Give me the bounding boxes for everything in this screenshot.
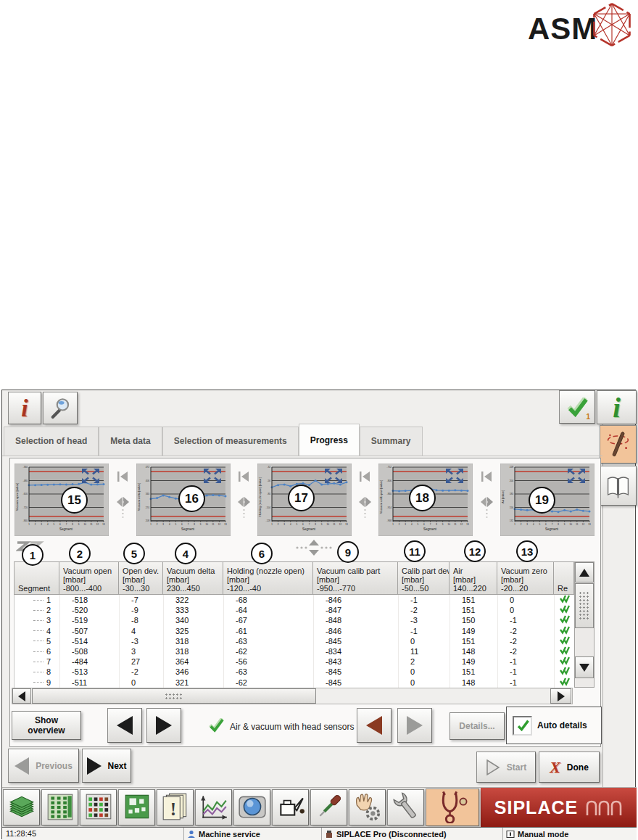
chart-pager-2[interactable] [236, 469, 252, 535]
tab-meta-data[interactable]: Meta data [99, 427, 162, 456]
start-button[interactable]: Start [476, 752, 536, 783]
table-row[interactable]: 5-514-3318-63-8450151-2 [14, 636, 575, 646]
chart-pager-4[interactable] [478, 469, 494, 535]
value-cell: -1 [498, 678, 555, 688]
svg-text:11: 11 [333, 523, 335, 526]
value-cell: -1 [498, 667, 555, 677]
table-row[interactable]: 6-5083318-62-83411148-2 [14, 646, 575, 656]
svg-text:-720: -720 [23, 506, 28, 509]
svg-text:13: 13 [588, 523, 591, 526]
tab-selection-of-measurements[interactable]: Selection of measurements [162, 427, 299, 456]
taskbar-messages-button[interactable]: ! [157, 789, 194, 825]
table-header: SegmentVacuum open[mbar]-800...-400Open … [14, 561, 574, 595]
auto-details-checkbox[interactable] [513, 716, 532, 736]
tab-progress[interactable]: Progress [299, 424, 360, 456]
up-arrow-icon [579, 569, 589, 577]
horizontal-scrollbar[interactable] [12, 688, 573, 704]
chart-pager-1[interactable] [115, 469, 130, 535]
svg-text:11: 11 [454, 523, 456, 526]
tab-selection-of-head[interactable]: Selection of head [4, 427, 99, 456]
taskbar-tools-wrench-button[interactable] [387, 789, 424, 825]
svg-text:Vacuum calib part [mbar]: Vacuum calib part [mbar] [379, 480, 383, 514]
taskbar-setup-screwdriver-button[interactable] [310, 789, 347, 825]
tab-bar: Selection of headMeta dataSelection of m… [2, 425, 602, 456]
manual-operation-icon [352, 791, 383, 824]
value-cell: 333 [164, 605, 224, 615]
info-button[interactable]: i [8, 392, 41, 424]
value-cell: 148 [450, 678, 498, 688]
taskbar-component-table-button[interactable] [41, 789, 78, 825]
next-result-button[interactable] [397, 708, 432, 743]
tab-summary[interactable]: Summary [360, 427, 423, 456]
splitter-handle[interactable] [293, 539, 335, 559]
taskbar-pcb-button[interactable] [118, 789, 155, 825]
taskbar-boards-stack-button[interactable] [3, 789, 40, 825]
svg-text:406: 406 [146, 479, 150, 482]
chart-pager-3[interactable] [357, 469, 373, 535]
details-button[interactable]: Details... [450, 712, 505, 740]
done-button[interactable]: X Done [539, 752, 600, 783]
previous-button[interactable]: Previous [8, 749, 79, 783]
scroll-up-button[interactable] [575, 562, 594, 582]
next-arrow-icon [87, 757, 102, 775]
svg-text:Segment: Segment [181, 527, 195, 531]
table-row[interactable]: 3-519-8340-67-848-3150-1 [14, 615, 575, 625]
confirm-button[interactable]: 1 [559, 390, 595, 424]
taskbar-vision-camera-button[interactable] [233, 789, 270, 825]
column-header-air[interactable]: Air[mbar]140...220 [450, 561, 497, 595]
svg-text:12: 12 [582, 523, 585, 526]
previous-result-button[interactable] [357, 708, 392, 743]
svg-text:11: 11 [90, 523, 92, 526]
value-cell: -2 [498, 636, 555, 646]
value-cell: 325 [164, 626, 224, 636]
wizard-tool-button[interactable] [600, 425, 637, 464]
horizontal-scroll-thumb[interactable] [32, 688, 316, 704]
column-header-vacuum-zero[interactable]: Vacuum zero[mbar]-20...20 [497, 561, 554, 595]
segment-cell: 4 [14, 626, 60, 636]
table-row[interactable]: 9-5110321-62-8450148-1 [14, 678, 575, 688]
zoom-inspect-button[interactable] [43, 392, 78, 424]
column-header-re[interactable]: Re [554, 561, 574, 595]
show-overview-button[interactable]: Show overview [12, 711, 81, 740]
column-header-vacuum-calib-part[interactable]: Vacuum calib part[mbar]-950...-770 [313, 561, 398, 595]
callout-15: 15 [61, 487, 88, 514]
scroll-left-button[interactable] [12, 688, 31, 704]
taskbar-feeder-status-button[interactable] [80, 789, 117, 825]
scroll-right-button[interactable] [550, 688, 571, 704]
result-cell [555, 636, 575, 646]
taskbar-statistics-button[interactable] [195, 789, 232, 825]
table-row[interactable]: 2-520-9333-64-847-21510 [14, 605, 575, 615]
table-row[interactable]: 7-48427364-56-8432149-1 [14, 656, 575, 667]
table-row[interactable]: 4-5074325-61-846-1149-2 [14, 626, 575, 636]
help-info-button[interactable]: i [597, 390, 637, 424]
user-icon [187, 830, 196, 839]
vertical-scroll-thumb[interactable] [575, 583, 594, 628]
column-header-holding-nozzle-open-[interactable]: Holding (nozzle open)[mbar]-120...-40 [223, 561, 313, 595]
value-cell: -2 [399, 605, 450, 615]
scroll-down-button[interactable] [575, 656, 594, 678]
previous-measurement-button[interactable] [107, 708, 142, 743]
svg-text:-840: -840 [23, 519, 28, 522]
value-cell: -63 [224, 636, 314, 646]
taskbar-machine-service-stethoscope-button[interactable] [426, 788, 479, 826]
svg-text:10: 10 [84, 523, 87, 526]
column-header-segment[interactable]: Segment [14, 561, 59, 595]
value-cell: -518 [60, 595, 120, 605]
siplace-logo-text: SIPLACE [494, 797, 578, 818]
column-header-open-dev-[interactable]: Open dev.[mbar]-30...30 [119, 561, 163, 595]
next-measurement-button[interactable] [146, 708, 181, 743]
table-row[interactable]: 8-513-2346-63-8450151-1 [14, 667, 575, 677]
vertical-scrollbar[interactable] [574, 561, 594, 688]
column-header-calib-part-dev-[interactable]: Calib part dev.[mbar]-50...50 [398, 561, 450, 595]
svg-text:10: 10 [448, 523, 451, 526]
taskbar-lubrication-button[interactable] [272, 789, 309, 825]
taskbar-manual-operation-button[interactable] [349, 789, 386, 825]
next-button[interactable]: Next [82, 749, 131, 783]
column-header-vacuum-delta[interactable]: Vacuum delta[mbar]230...450 [163, 561, 223, 595]
value-cell: 346 [164, 667, 224, 677]
value-cell: -2 [498, 626, 555, 636]
documentation-button[interactable] [600, 466, 637, 506]
table-row[interactable]: 1-518-7322-68-846-11510 [14, 595, 575, 605]
segment-cell: 8 [14, 667, 60, 677]
column-header-vacuum-open[interactable]: Vacuum open[mbar]-800...-400 [59, 561, 119, 595]
